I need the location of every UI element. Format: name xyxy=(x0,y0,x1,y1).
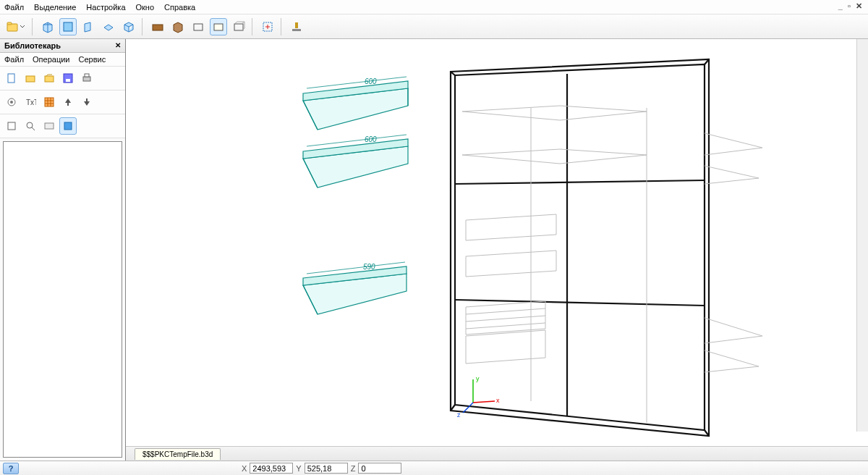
svg-rect-11 xyxy=(26,76,35,82)
side-toolbar-2: TxT xyxy=(0,91,125,114)
wire-box-1-button[interactable] xyxy=(190,18,207,35)
corner-shelf-2 xyxy=(303,139,408,188)
cube-iso-button[interactable] xyxy=(120,18,137,35)
svg-text:y: y xyxy=(476,375,480,382)
open-folder-2-icon[interactable] xyxy=(41,70,58,87)
corner-shelf-3 xyxy=(303,266,407,314)
coord-y-input[interactable] xyxy=(305,463,348,474)
pedestal-button[interactable] xyxy=(288,18,305,35)
save-icon[interactable] xyxy=(59,70,77,87)
side-panel-title-label: Библиотекарь xyxy=(4,41,61,50)
side-panel: Библиотекарь ✕ Файл Операции Сервис TxT xyxy=(0,39,126,461)
wardrobe-frame xyxy=(451,59,709,436)
wire-box-3-button[interactable] xyxy=(230,18,247,35)
svg-text:TxT: TxT xyxy=(26,98,36,106)
coord-y-label: Y xyxy=(296,464,301,473)
side-menu-ops[interactable]: Операции xyxy=(33,55,69,64)
cube-top-button[interactable] xyxy=(100,18,117,35)
viewport: 600 600 590 xyxy=(126,39,868,461)
svg-rect-20 xyxy=(45,98,54,106)
svg-rect-2 xyxy=(64,22,72,31)
corner-shelf-1 xyxy=(303,81,408,130)
side-menu-service[interactable]: Сервис xyxy=(79,55,106,64)
cube-side-button[interactable] xyxy=(80,18,97,35)
svg-rect-12 xyxy=(45,76,54,82)
svg-text:x: x xyxy=(496,397,500,404)
tool-1-icon[interactable] xyxy=(3,117,20,135)
svg-rect-21 xyxy=(8,122,15,130)
svg-rect-8 xyxy=(295,22,298,28)
svg-rect-4 xyxy=(194,24,203,30)
wire-box-2-button[interactable] xyxy=(210,18,227,35)
svg-point-22 xyxy=(27,122,33,128)
lens-icon[interactable] xyxy=(22,117,39,135)
svg-rect-23 xyxy=(45,123,54,129)
coord-x-input[interactable] xyxy=(250,463,293,474)
main-toolbar xyxy=(0,14,868,39)
menubar: Файл Выделение Настройка Окно Справка _ … xyxy=(0,0,868,14)
coord-readout: X Y Z xyxy=(242,463,401,474)
open-folder-icon[interactable] xyxy=(22,70,39,87)
down-arrow-icon[interactable] xyxy=(78,93,95,111)
cube-perspective-button[interactable] xyxy=(39,18,56,35)
svg-rect-14 xyxy=(66,79,70,82)
document-tab-label: $$$PKCTempFile.b3d xyxy=(142,450,213,458)
svg-text:z: z xyxy=(457,411,461,419)
canvas-3d[interactable]: 600 600 590 xyxy=(126,39,868,446)
svg-rect-9 xyxy=(292,29,301,31)
window-controls[interactable]: _ ▫ ✕ xyxy=(838,1,864,11)
svg-rect-1 xyxy=(7,22,12,25)
svg-line-27 xyxy=(473,401,495,403)
coord-z-input[interactable] xyxy=(358,463,401,474)
coord-z-label: Z xyxy=(351,464,356,473)
text-icon[interactable]: TxT xyxy=(22,93,39,111)
svg-rect-5 xyxy=(214,24,223,30)
svg-line-29 xyxy=(463,403,473,413)
svg-rect-15 xyxy=(83,77,90,81)
up-arrow-icon[interactable] xyxy=(59,93,77,111)
menu-help[interactable]: Справка xyxy=(164,3,195,12)
close-icon[interactable]: ✕ xyxy=(115,41,121,49)
axes-triad: y x z xyxy=(457,375,500,419)
svg-rect-3 xyxy=(153,25,163,30)
menu-file[interactable]: Файл xyxy=(4,3,24,12)
wardrobe-internals xyxy=(462,106,762,423)
svg-point-18 xyxy=(10,101,13,104)
side-menu-file[interactable]: Файл xyxy=(4,55,24,64)
coord-x-label: X xyxy=(242,464,247,473)
menu-window[interactable]: Окно xyxy=(136,3,155,12)
menu-selection[interactable]: Выделение xyxy=(34,3,76,12)
selection-rect-button[interactable] xyxy=(259,18,276,35)
settings-icon[interactable] xyxy=(3,93,20,111)
drawing-svg: 600 600 590 xyxy=(126,39,856,445)
grid-icon[interactable] xyxy=(41,93,58,111)
folder-dropdown-button[interactable] xyxy=(3,18,27,35)
side-submenu: Файл Операции Сервис xyxy=(0,53,125,67)
side-toolbar-3 xyxy=(0,114,125,138)
help-button[interactable]: ? xyxy=(3,463,19,474)
statusbar: ? X Y Z xyxy=(0,461,868,475)
document-tab[interactable]: $$$PKCTempFile.b3d xyxy=(135,448,221,460)
blue-square-icon[interactable] xyxy=(59,117,77,135)
new-file-icon[interactable] xyxy=(3,70,20,87)
material-wood-button[interactable] xyxy=(149,18,166,35)
side-toolbar-1 xyxy=(0,67,125,91)
library-tree[interactable] xyxy=(3,141,122,458)
print-icon[interactable] xyxy=(78,70,95,87)
panel-icon[interactable] xyxy=(41,117,58,135)
material-box-button[interactable] xyxy=(169,18,187,35)
svg-rect-6 xyxy=(234,24,243,30)
cube-front-button[interactable] xyxy=(59,18,77,35)
menu-settings[interactable]: Настройка xyxy=(86,3,125,12)
scrollbar-vertical[interactable] xyxy=(856,39,868,432)
svg-rect-10 xyxy=(8,74,14,83)
side-panel-title: Библиотекарь ✕ xyxy=(0,39,125,53)
svg-rect-16 xyxy=(85,74,89,77)
document-tabbar: $$$PKCTempFile.b3d xyxy=(126,446,868,461)
svg-rect-24 xyxy=(64,122,72,130)
